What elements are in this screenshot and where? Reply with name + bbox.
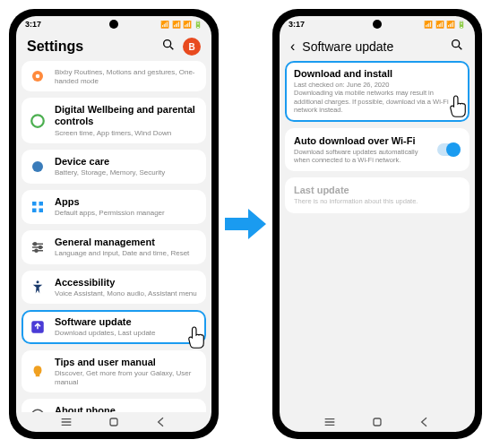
arrow-icon bbox=[223, 206, 268, 242]
settings-item-devicecare[interactable]: Device care Battery, Storage, Memory, Se… bbox=[22, 150, 206, 184]
settings-item-about[interactable]: About phone Status, Legal information, P… bbox=[22, 399, 206, 412]
item-title: Apps bbox=[55, 196, 198, 208]
svg-point-18 bbox=[31, 410, 44, 412]
camera-notch bbox=[109, 20, 118, 29]
svg-point-14 bbox=[39, 246, 42, 248]
screen-left: 3:17 📶 📶 📶 🔋 Settings B Bixby Routines, … bbox=[16, 16, 211, 432]
search-icon[interactable] bbox=[450, 38, 464, 56]
svg-rect-9 bbox=[39, 208, 44, 212]
download-install-item[interactable]: Download and install Last checked on: Ju… bbox=[285, 61, 469, 122]
svg-rect-24 bbox=[110, 418, 117, 426]
item-sub: Download software updates automatically … bbox=[294, 148, 430, 165]
svg-point-4 bbox=[31, 115, 44, 127]
svg-line-26 bbox=[459, 47, 461, 49]
svg-point-15 bbox=[35, 249, 38, 252]
svg-point-13 bbox=[34, 242, 37, 245]
item-title: Bixby Routines, Motions and gestures, On… bbox=[55, 68, 198, 85]
item-title: Auto download over Wi-Fi bbox=[294, 135, 430, 146]
back-icon[interactable]: ‹ bbox=[290, 39, 295, 55]
item-sub: Voice Assistant, Mono audio, Assistant m… bbox=[55, 289, 198, 298]
item-title: About phone bbox=[55, 405, 198, 412]
svg-rect-30 bbox=[374, 418, 381, 426]
nav-home[interactable] bbox=[370, 415, 384, 429]
wifi-toggle[interactable] bbox=[437, 143, 461, 156]
settings-item-accessibility[interactable]: Accessibility Voice Assistant, Mono audi… bbox=[22, 271, 206, 305]
item-title: Digital Wellbeing and parental controls bbox=[55, 104, 198, 127]
camera-notch bbox=[373, 20, 382, 29]
settings-item-wellbeing[interactable]: Digital Wellbeing and parental controls … bbox=[22, 98, 206, 143]
svg-point-3 bbox=[36, 74, 40, 79]
item-sub: Battery, Storage, Memory, Security bbox=[55, 168, 198, 177]
nav-back[interactable] bbox=[154, 415, 168, 429]
svg-point-16 bbox=[37, 281, 39, 284]
about-icon bbox=[30, 408, 46, 412]
nav-home[interactable] bbox=[107, 415, 121, 429]
settings-item-general[interactable]: General management Language and input, D… bbox=[22, 230, 206, 264]
phone-right: 3:17 📶 📶 📶 🔋 ‹ Software update Download … bbox=[272, 9, 482, 439]
item-title: Accessibility bbox=[55, 277, 198, 289]
status-time: 3:17 bbox=[289, 20, 305, 29]
settings-item-advanced[interactable]: Bixby Routines, Motions and gestures, On… bbox=[22, 61, 206, 91]
search-icon[interactable] bbox=[161, 38, 176, 56]
devicecare-icon bbox=[30, 159, 46, 175]
item-title: Software update bbox=[55, 316, 198, 328]
last-update-item[interactable]: Last update There is no information abou… bbox=[285, 177, 469, 212]
navbar bbox=[16, 412, 211, 432]
item-sub: Default apps, Permission manager bbox=[55, 209, 198, 218]
item-sub: Language and input, Date and time, Reset bbox=[55, 249, 198, 258]
nav-recents[interactable] bbox=[59, 415, 73, 429]
apps-icon bbox=[30, 199, 46, 215]
settings-item-tips[interactable]: Tips and user manual Discover, Get more … bbox=[22, 350, 206, 392]
page-title: Software update bbox=[302, 39, 443, 54]
settings-item-apps[interactable]: Apps Default apps, Permission manager bbox=[22, 190, 206, 224]
item-sub: Last checked on: June 26, 2020 Downloadi… bbox=[294, 81, 461, 115]
item-title: Device care bbox=[55, 156, 198, 168]
general-icon bbox=[30, 239, 46, 255]
svg-point-25 bbox=[452, 40, 460, 47]
settings-item-softwareupdate[interactable]: Software update Download updates, Last u… bbox=[22, 310, 206, 344]
phone-left: 3:17 📶 📶 📶 🔋 Settings B Bixby Routines, … bbox=[9, 9, 219, 439]
svg-rect-6 bbox=[32, 202, 37, 206]
item-title: General management bbox=[55, 237, 198, 248]
item-sub: Discover, Get more from your Galaxy, Use… bbox=[55, 369, 198, 386]
auto-download-item[interactable]: Auto download over Wi-Fi Download softwa… bbox=[285, 128, 469, 172]
item-title: Download and install bbox=[294, 68, 461, 79]
item-sub: There is no information about this updat… bbox=[294, 197, 461, 205]
accessibility-icon bbox=[30, 279, 46, 295]
svg-point-5 bbox=[32, 161, 43, 172]
svg-point-0 bbox=[164, 40, 171, 47]
status-time: 3:17 bbox=[25, 20, 41, 29]
svg-line-1 bbox=[170, 47, 173, 49]
avatar[interactable]: B bbox=[183, 38, 201, 56]
page-title: Settings bbox=[27, 39, 154, 55]
item-title: Tips and user manual bbox=[55, 357, 198, 368]
update-list[interactable]: Download and install Last checked on: Ju… bbox=[280, 61, 475, 412]
settings-header: Settings B bbox=[16, 32, 211, 61]
tips-icon bbox=[30, 364, 46, 380]
navbar bbox=[280, 412, 475, 432]
softwareupdate-header: ‹ Software update bbox=[280, 32, 475, 61]
status-icons: 📶 📶 📶 🔋 bbox=[424, 21, 466, 29]
wellbeing-icon bbox=[30, 113, 46, 129]
item-sub: Download updates, Last update bbox=[55, 329, 198, 338]
svg-rect-8 bbox=[32, 208, 37, 212]
item-sub: Screen time, App timers, Wind Down bbox=[55, 129, 198, 138]
nav-back[interactable] bbox=[418, 415, 432, 429]
advanced-icon bbox=[30, 68, 46, 84]
softwareupdate-icon bbox=[30, 319, 46, 335]
statusbar: 3:17 📶 📶 📶 🔋 bbox=[280, 16, 475, 32]
screen-right: 3:17 📶 📶 📶 🔋 ‹ Software update Download … bbox=[280, 16, 475, 432]
nav-recents[interactable] bbox=[323, 415, 337, 429]
item-title: Last update bbox=[294, 185, 461, 195]
statusbar: 3:17 📶 📶 📶 🔋 bbox=[16, 16, 211, 32]
svg-rect-7 bbox=[39, 202, 44, 206]
settings-list[interactable]: Bixby Routines, Motions and gestures, On… bbox=[16, 61, 211, 412]
status-icons: 📶 📶 📶 🔋 bbox=[160, 21, 202, 29]
